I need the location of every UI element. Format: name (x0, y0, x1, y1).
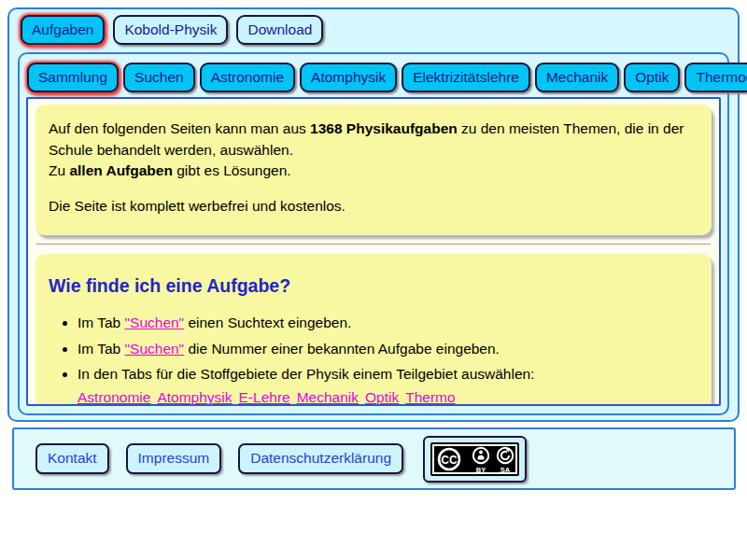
content-panel: Auf den folgenden Seiten kann man aus 13… (26, 97, 721, 406)
suchen-link[interactable]: "Suchen" (125, 341, 185, 357)
tab-download[interactable]: Download (236, 15, 323, 45)
e-lehre-link[interactable]: E-Lehre (239, 389, 290, 405)
kontakt-button[interactable]: Kontakt (35, 443, 109, 474)
text-fragment: Auf den folgenden Seiten kann man aus (49, 120, 310, 136)
list-item-search-text: Im Tab "Suchen" einen Suchtext eingeben. (78, 313, 698, 334)
intro-paragraph: Auf den folgenden Seiten kann man aus 13… (49, 119, 698, 182)
header-tab-bar: Aufgaben Kobold-Physik Download (9, 9, 738, 52)
tab-aufgaben[interactable]: Aufgaben (21, 15, 105, 45)
tab-panel: Sammlung Suchen Astronomie Atomphysik El… (18, 52, 729, 415)
howto-box: Wie finde ich eine Aufgabe? Im Tab "Such… (35, 254, 712, 407)
tab-kobold-physik[interactable]: Kobold-Physik (113, 15, 228, 45)
intro-box: Auf den folgenden Seiten kann man aus 13… (35, 105, 712, 235)
howto-list: Im Tab "Suchen" einen Suchtext eingeben.… (49, 313, 698, 406)
text-fragment: In den Tabs für die Stoffgebiete der Phy… (78, 366, 534, 382)
text-fragment: einen Suchtext eingeben. (184, 315, 351, 330)
list-item-search-number: Im Tab "Suchen" die Nummer einer bekannt… (78, 339, 698, 360)
suchen-link[interactable]: "Suchen" (125, 315, 185, 330)
ad-free-note: Die Seite ist komplett werbefrei und kos… (49, 196, 698, 217)
text-fragment: Im Tab (78, 341, 125, 357)
divider (36, 244, 711, 245)
tab-sammlung[interactable]: Sammlung (27, 63, 119, 92)
cc-glyph: CC (441, 453, 458, 466)
text-fragment-bold: allen Aufgaben (69, 162, 173, 178)
tab-elektrizitaetslehre[interactable]: Elektrizitätslehre (402, 63, 530, 92)
mechanik-link[interactable]: Mechanik (297, 389, 359, 405)
text-fragment: Im Tab (78, 315, 125, 330)
topic-tab-bar: Sammlung Suchen Astronomie Atomphysik El… (20, 54, 727, 97)
tab-atomphysik[interactable]: Atomphysik (300, 63, 397, 92)
tab-thermodynamik[interactable]: Thermodynamik (684, 63, 747, 92)
text-fragment: Zu (49, 162, 69, 178)
cc-by-sa-license-badge[interactable]: CC BY SA (423, 436, 527, 483)
thermo-link[interactable]: Thermo (405, 389, 455, 405)
tab-astronomie[interactable]: Astronomie (200, 63, 295, 92)
impressum-button[interactable]: Impressum (126, 443, 222, 474)
topic-links-row: AstronomieAtomphysikE-LehreMechanikOptik… (78, 387, 462, 406)
sa-label: SA (500, 466, 511, 474)
text-fragment: die Nummer einer bekannten Aufgabe einge… (184, 341, 500, 357)
astronomie-link[interactable]: Astronomie (78, 389, 150, 405)
atomphysik-link[interactable]: Atomphysik (157, 389, 232, 405)
footer: Kontakt Impressum Datenschutzerklärung C… (12, 427, 736, 490)
by-label: BY (476, 466, 486, 474)
list-item-topics: In den Tabs für die Stoffgebiete der Phy… (78, 364, 698, 406)
howto-heading: Wie finde ich eine Aufgabe? (49, 273, 698, 299)
main-container: Aufgaben Kobold-Physik Download Sammlung… (7, 7, 740, 422)
aufgaben-count: 1368 Physikaufgaben (310, 120, 458, 136)
cc-by-sa-icon: CC BY SA (430, 442, 519, 476)
datenschutz-button[interactable]: Datenschutzerklärung (238, 443, 403, 474)
tab-mechanik[interactable]: Mechanik (535, 63, 619, 92)
tab-suchen[interactable]: Suchen (123, 63, 195, 92)
optik-link[interactable]: Optik (365, 389, 399, 405)
text-fragment: gibt es Lösungen. (173, 162, 291, 178)
tab-optik[interactable]: Optik (624, 63, 680, 92)
